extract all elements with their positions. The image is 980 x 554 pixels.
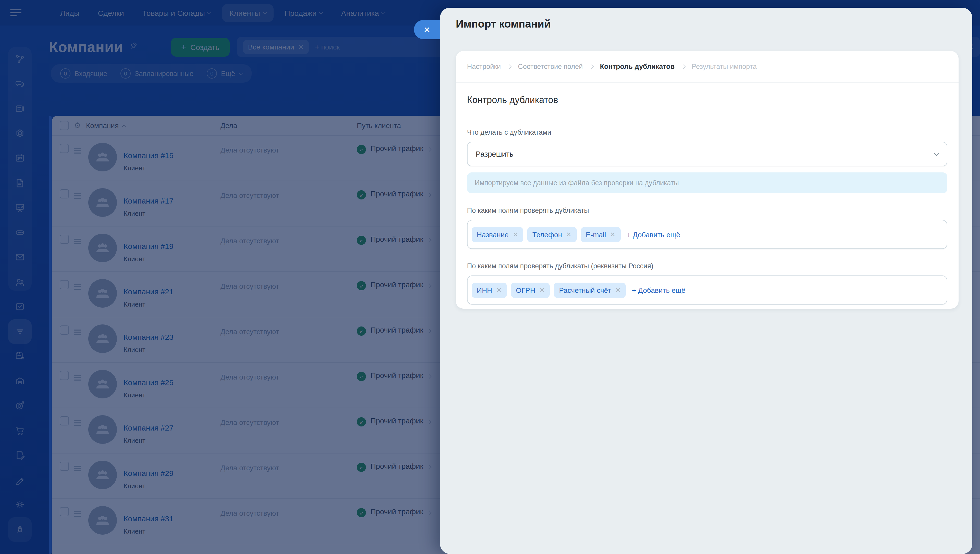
dedupe-field-tag: Телефон✕ <box>527 227 577 242</box>
duplicates-hint: Импортируем все данные из файла без пров… <box>467 172 947 193</box>
wizard-step-4[interactable]: Результаты импорта <box>692 63 757 70</box>
tag-remove-icon[interactable]: ✕ <box>566 231 571 238</box>
dedupe-field-tag: Название✕ <box>472 227 523 242</box>
tag-remove-icon[interactable]: ✕ <box>610 231 615 238</box>
dedupe-field-tag: E-mail✕ <box>581 227 620 242</box>
tag-label: ИНН <box>477 286 492 294</box>
add-more-link[interactable]: + Добавить ещё <box>632 286 685 294</box>
tag-remove-icon[interactable]: ✕ <box>513 231 518 238</box>
app-screen: ЛидыСделкиТовары и СкладыКлиентыПродажиА… <box>0 0 980 554</box>
tag-remove-icon[interactable]: ✕ <box>496 286 502 294</box>
dedupe-field-tag: Расчетный счёт✕ <box>554 282 626 298</box>
wizard-card: НастройкиСоответствие полейКонтроль дубл… <box>456 51 959 309</box>
chevron-right-icon <box>507 65 512 68</box>
dedupe-field-tag: ИНН✕ <box>472 282 507 298</box>
wizard-step-2[interactable]: Соответствие полей <box>518 63 583 70</box>
tag-remove-icon[interactable]: ✕ <box>615 286 621 294</box>
chevron-right-icon <box>589 65 593 68</box>
fields-check-tagfield[interactable]: Название✕Телефон✕E-mail✕+ Добавить ещё <box>467 220 947 249</box>
tag-remove-icon[interactable]: ✕ <box>539 286 545 294</box>
chevron-down-icon <box>934 150 940 156</box>
dedupe-field-tag: ОГРН✕ <box>511 282 550 298</box>
wizard-step-1[interactable]: Настройки <box>467 63 501 70</box>
fields-check-label: По каким полям проверять дубликаты <box>467 207 947 214</box>
import-companies-panel: ✕ Импорт компаний НастройкиСоответствие … <box>440 8 972 554</box>
tag-label: Телефон <box>532 230 562 239</box>
wizard-steps: НастройкиСоответствие полейКонтроль дубл… <box>456 51 959 83</box>
fields-check-ru-label: По каким полям проверять дубликаты (рекв… <box>467 262 947 270</box>
select-value: Разрешить <box>476 150 513 158</box>
duplicates-action-select[interactable]: Разрешить <box>467 142 947 166</box>
wizard-step-3: Контроль дубликатов <box>600 63 675 70</box>
panel-close-button[interactable]: ✕ <box>414 20 440 39</box>
section-title: Контроль дубликатов <box>467 95 947 106</box>
chevron-right-icon <box>681 65 685 68</box>
close-icon: ✕ <box>424 25 430 34</box>
tag-label: E-mail <box>586 230 606 239</box>
fields-check-ru-tagfield[interactable]: ИНН✕ОГРН✕Расчетный счёт✕+ Добавить ещё <box>467 275 947 304</box>
tag-label: Расчетный счёт <box>559 286 611 294</box>
tag-label: Название <box>477 230 508 239</box>
duplicates-action-label: Что делать с дубликатами <box>467 129 947 136</box>
divider <box>467 116 947 116</box>
add-more-link[interactable]: + Добавить ещё <box>627 230 680 239</box>
panel-title: Импорт компаний <box>440 8 972 30</box>
tag-label: ОГРН <box>516 286 535 294</box>
